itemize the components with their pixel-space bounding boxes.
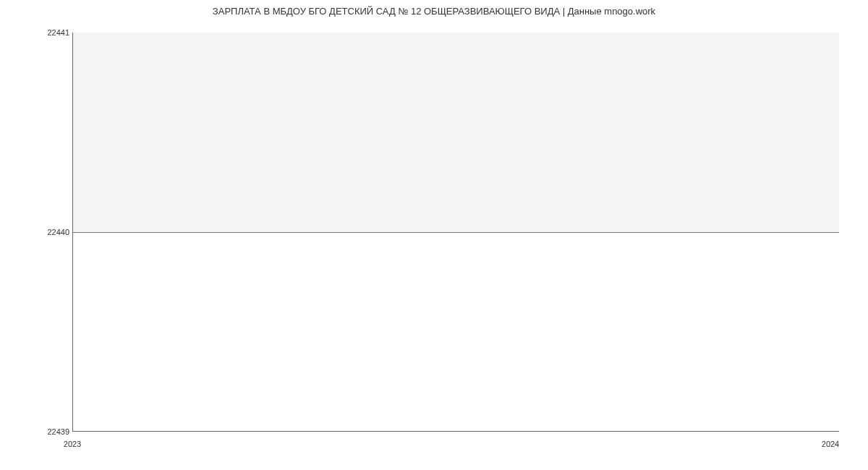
x-axis-tick-label: 2023 [64, 440, 81, 448]
data-line [73, 232, 839, 233]
y-axis-tick-label: 22439 [47, 427, 69, 436]
chart-title: ЗАРПЛАТА В МБДОУ БГО ДЕТСКИЙ САД № 12 ОБ… [0, 6, 868, 17]
y-axis-tick-label: 22441 [47, 28, 69, 37]
y-axis-tick-label: 22440 [47, 228, 69, 236]
plot-area [72, 33, 839, 432]
area-fill [73, 33, 839, 232]
x-axis-tick-label: 2024 [822, 440, 839, 448]
chart-container: ЗАРПЛАТА В МБДОУ БГО ДЕТСКИЙ САД № 12 ОБ… [0, 0, 868, 470]
